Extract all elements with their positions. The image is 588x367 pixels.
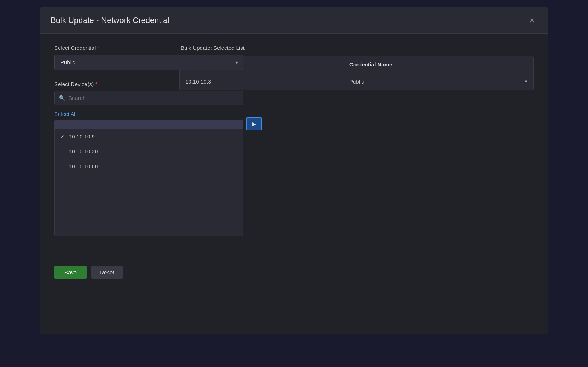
column-credential-name: Credential Name bbox=[349, 61, 513, 68]
search-input[interactable] bbox=[54, 91, 243, 105]
save-button[interactable]: Save bbox=[54, 266, 87, 279]
right-panel: Bulk Update: Selected List Device Name C… bbox=[179, 45, 534, 236]
column-actions bbox=[513, 61, 528, 68]
selected-list-title: Bulk Update: Selected List bbox=[179, 45, 534, 51]
device-name: 10.10.10.20 bbox=[69, 148, 98, 154]
dialog-header: Bulk Update - Network Credential × bbox=[40, 7, 548, 34]
dialog-body: Select Credential* Public Private Commun… bbox=[40, 34, 548, 247]
left-and-transfer: Select Credential* Public Private Commun… bbox=[54, 45, 165, 236]
remove-row-button[interactable]: × bbox=[513, 78, 528, 85]
device-name: 10.10.10.9 bbox=[69, 133, 95, 140]
select-all-button[interactable]: Select All bbox=[54, 108, 77, 120]
dialog-title: Bulk Update - Network Credential bbox=[51, 16, 169, 25]
table-row: 10.10.10.3 Public × bbox=[180, 73, 533, 90]
search-icon: 🔍 bbox=[59, 95, 65, 101]
checkmark-icon: ✓ bbox=[60, 134, 66, 139]
credential-select[interactable]: Public Private Community bbox=[54, 55, 243, 70]
row-device-name: 10.10.10.3 bbox=[185, 78, 349, 85]
close-button[interactable]: × bbox=[527, 15, 537, 26]
device-name: 10.10.10.60 bbox=[69, 163, 98, 169]
search-box: 🔍 bbox=[54, 91, 243, 105]
bulk-update-dialog: Bulk Update - Network Credential × Selec… bbox=[40, 7, 548, 334]
row-credential-name: Public bbox=[349, 78, 513, 85]
credential-select-wrapper: Public Private Community ▾ bbox=[54, 55, 243, 70]
reset-button[interactable]: Reset bbox=[91, 266, 123, 279]
dialog-footer: Save Reset bbox=[40, 258, 548, 286]
